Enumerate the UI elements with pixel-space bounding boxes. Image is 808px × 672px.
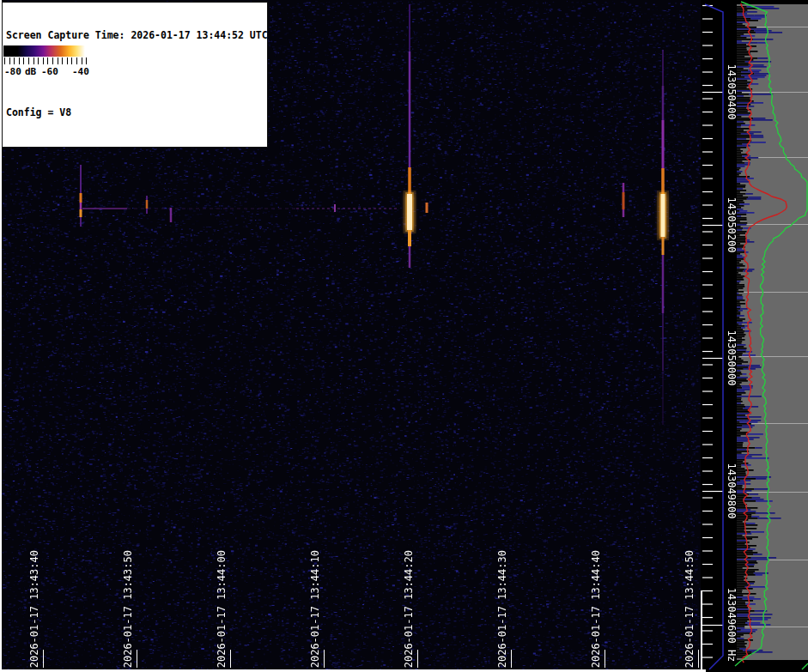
time-tick — [417, 650, 418, 668]
scale-label-minus40: -40 — [72, 66, 89, 77]
config-text: Config = V8 — [6, 106, 264, 119]
freq-label: 143050000 — [726, 330, 738, 385]
db-color-scale: -80 dB -60 -40 — [3, 45, 91, 80]
time-label: 2026-01-17 13:44:00 — [216, 550, 228, 668]
freq-label: 143049600 Hz — [726, 588, 738, 663]
scale-label-minus60: -60 — [41, 66, 58, 77]
time-label: 2026-01-17 13:44:20 — [403, 550, 415, 668]
time-label: 2026-01-17 13:43:40 — [28, 550, 40, 668]
time-tick — [511, 650, 512, 668]
color-scale-ticks — [4, 58, 89, 64]
time-label: 2026-01-17 13:44:50 — [683, 550, 696, 668]
freq-label: 143050200 — [726, 197, 738, 252]
time-label: 2026-01-17 13:44:10 — [309, 550, 321, 668]
time-tick — [137, 650, 137, 668]
time-label: 2026-01-17 13:44:30 — [496, 550, 508, 668]
freq-label: 143049800 — [726, 463, 738, 518]
time-tick — [324, 650, 325, 668]
time-label: 2026-01-17 13:44:40 — [590, 550, 602, 668]
color-gradient-bar — [3, 45, 90, 57]
scale-label-minus80: -80 — [4, 66, 21, 77]
time-tick — [230, 650, 231, 668]
capture-time-text: Screen Capture Time: 2026-01-17 13:44:52… — [6, 29, 264, 42]
time-tick — [698, 650, 699, 668]
time-tick — [604, 650, 605, 668]
spectrum-lab-capture: Screen Capture Time: 2026-01-17 13:44:52… — [0, 0, 808, 672]
time-label: 2026-01-17 13:43:50 — [122, 550, 134, 668]
time-tick — [43, 650, 44, 668]
scale-label-db: dB — [25, 66, 36, 77]
freq-label: 143050400 — [726, 64, 738, 119]
